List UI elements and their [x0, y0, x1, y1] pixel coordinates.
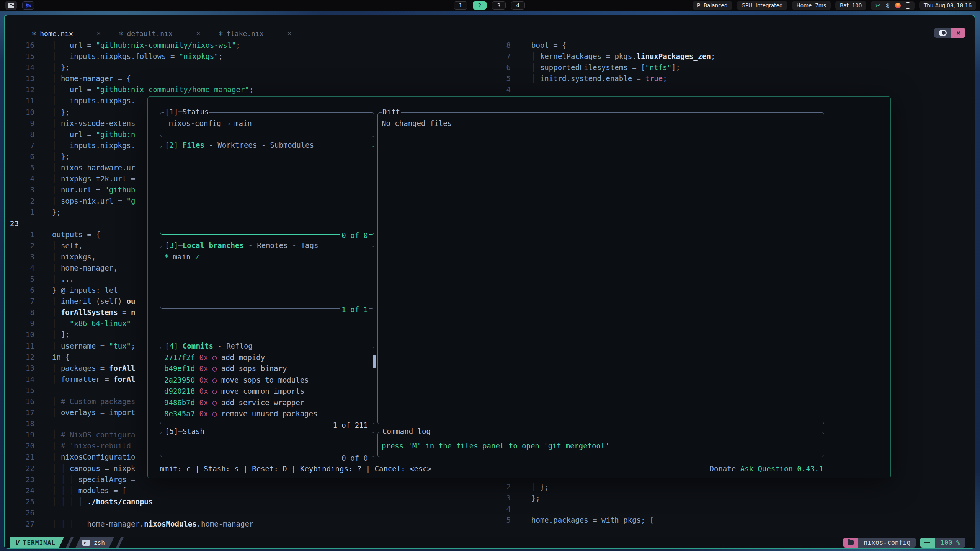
branch-list-item[interactable]: * main ✓	[160, 246, 374, 267]
code-text: │ home-manager,	[52, 262, 118, 274]
code-text: │ nixpkgs,	[52, 251, 96, 262]
flame-icon[interactable]	[895, 3, 901, 8]
line-number: 6	[5, 151, 39, 162]
code-text: │ │ │ │ ./hosts/canopus	[52, 496, 153, 507]
line-number: 8	[5, 307, 39, 318]
workspace-button-2[interactable]: 2	[473, 1, 487, 10]
diff-panel-content: No changed files	[378, 113, 824, 134]
code-text: │ │ │ modules = [	[52, 485, 127, 496]
line-number: 7	[5, 140, 39, 151]
commits-scrollbar[interactable]	[373, 355, 376, 368]
commit-row[interactable]: 2717f2f 0x ○ add mopidy	[164, 352, 374, 363]
scissors-icon[interactable]: ✂	[875, 3, 880, 8]
ask-question-link[interactable]: Ask Question	[740, 465, 793, 473]
code-text: │ forAllSystems = n	[52, 307, 135, 318]
line-number: 2	[5, 240, 39, 251]
line-number: 27	[5, 518, 39, 530]
lazygit-command-log-panel[interactable]: Command log press 'M' in the files panel…	[377, 432, 824, 457]
line-number: 16	[5, 396, 39, 407]
keybindings-hint: mmit: c | Stash: s | Reset: D | Keybindi…	[160, 463, 431, 474]
code-line: 5home.packages = with pkgs; [	[501, 515, 975, 526]
line-number: 14	[5, 374, 39, 385]
code-line: 13│ home-manager = {	[5, 73, 501, 84]
line-number: 3	[5, 184, 39, 196]
version-label: 0.43.1	[797, 465, 823, 473]
lazygit-files-panel[interactable]: [2]─Files - Worktrees - Submodules 0 of …	[160, 146, 374, 235]
bluetooth-icon[interactable]	[885, 2, 890, 8]
tab-flake.nix[interactable]: ❄flake.nix×	[219, 29, 291, 37]
code-text: home.packages = with pkgs; [	[531, 515, 654, 526]
line-number: 16	[5, 40, 39, 51]
lines-icon	[920, 538, 935, 548]
code-text: };	[531, 492, 540, 504]
line-number: 13	[5, 363, 39, 374]
line-number: 7	[5, 296, 39, 307]
code-line: 14│ };	[5, 62, 501, 73]
lazygit-floating-pane: [1]─Status nixos-config → main [2]─Files…	[147, 96, 891, 478]
stash-panel-title: [5]─Stash	[164, 427, 205, 435]
code-text: │ nixosConfiguratio	[52, 452, 135, 463]
commit-row[interactable]: 9486b7d 0x ○ add service-wrapper	[164, 397, 374, 408]
line-number: 1	[5, 207, 39, 218]
workspace-button-3[interactable]: 3	[492, 1, 506, 10]
commit-row[interactable]: 2a23950 0x ○ move sops to modules	[164, 375, 374, 386]
shell-label: zsh	[94, 539, 105, 546]
editor-status-bar: V TERMINAL >_ zsh nixos-config 100 %	[5, 537, 975, 548]
tab-close-icon[interactable]: ×	[196, 29, 200, 37]
code-text: │ nixos-hardware.ur	[52, 162, 135, 173]
lazygit-diff-panel[interactable]: Diff No changed files	[377, 112, 824, 424]
code-text: │ url = "github:n	[52, 129, 135, 140]
commit-row[interactable]: 8e345a7 0x ○ remove unused packages	[164, 408, 374, 419]
code-text: │ sops-nix.url = "g	[52, 196, 135, 207]
phone-icon[interactable]	[906, 2, 910, 9]
lazygit-branches-panel[interactable]: [3]─Local branches - Remotes - Tags * ma…	[160, 246, 374, 309]
lazygit-stash-panel[interactable]: [5]─Stash 0 of 0	[160, 432, 374, 457]
code-text: │ formatter = forAl	[52, 374, 135, 385]
repo-indicator: nixos-config	[843, 538, 916, 548]
lazygit-commits-panel[interactable]: [4]─Commits - Reflog 2717f2f 0x ○ add mo…	[160, 347, 374, 424]
status-pills: P: BalancedGPU: IntegratedHome: 7msBat: …	[693, 1, 866, 10]
status-pill[interactable]: GPU: Integrated	[737, 1, 787, 10]
shell-segment: >_ zsh	[75, 537, 114, 548]
line-number: 23	[5, 218, 39, 229]
code-line: 6│ supportedFilesystems = ["ntfs"];	[501, 62, 975, 73]
line-number: 11	[5, 95, 39, 106]
tab-default.nix[interactable]: ❄default.nix×	[119, 29, 200, 37]
lazygit-status-panel[interactable]: [1]─Status nixos-config → main	[160, 112, 374, 137]
line-number: 4	[501, 504, 514, 515]
clock[interactable]: Thu Aug 08, 18:16	[919, 1, 976, 10]
window-toggle-button[interactable]	[934, 28, 951, 38]
code-text: │ # Custom packages	[52, 396, 135, 407]
footer-links: Donate Ask Question 0.43.1	[710, 463, 823, 474]
status-pill[interactable]: Bat: 100	[835, 1, 866, 10]
code-line: 12│ url = "github:nix-community/home-man…	[5, 84, 501, 95]
code-line: 25│ │ │ │ ./hosts/canopus	[5, 496, 501, 507]
code-text: │ nixpkgs-f2k.url =	[52, 173, 135, 184]
commit-row[interactable]: b49ef1d 0x ○ add sops binary	[164, 363, 374, 374]
code-line: 8boot = {	[501, 40, 975, 51]
apps-grid-icon[interactable]	[5, 1, 17, 10]
line-number: 4	[5, 262, 39, 274]
toggle-knob-icon	[939, 30, 947, 36]
code-text: };	[52, 207, 61, 218]
workspace-button-4[interactable]: 4	[511, 1, 525, 10]
tab-close-icon[interactable]: ×	[97, 29, 101, 37]
commit-row[interactable]: d920218 0x ○ move common imports	[164, 386, 374, 397]
status-pill[interactable]: P: Balanced	[693, 1, 732, 10]
status-pill[interactable]: Home: 7ms	[792, 1, 831, 10]
tab-close-icon[interactable]: ×	[287, 29, 291, 37]
tab-label: flake.nix	[226, 29, 264, 37]
line-number: 5	[5, 162, 39, 173]
line-number: 15	[5, 385, 39, 396]
workspace-button-1[interactable]: 1	[454, 1, 467, 10]
code-line: 24│ │ │ modules = [	[5, 485, 501, 496]
line-number: 22	[5, 463, 39, 474]
line-number: 23	[5, 474, 39, 485]
workspace-launcher-icon[interactable]: $W	[22, 1, 34, 10]
window-close-button[interactable]: ×	[951, 28, 965, 38]
code-text: } @ inputs: let	[52, 285, 118, 296]
code-text: │ ];	[52, 329, 70, 340]
line-number: 10	[5, 329, 39, 340]
tab-home.nix[interactable]: ❄home.nix×	[32, 29, 101, 37]
donate-link[interactable]: Donate	[710, 465, 736, 473]
